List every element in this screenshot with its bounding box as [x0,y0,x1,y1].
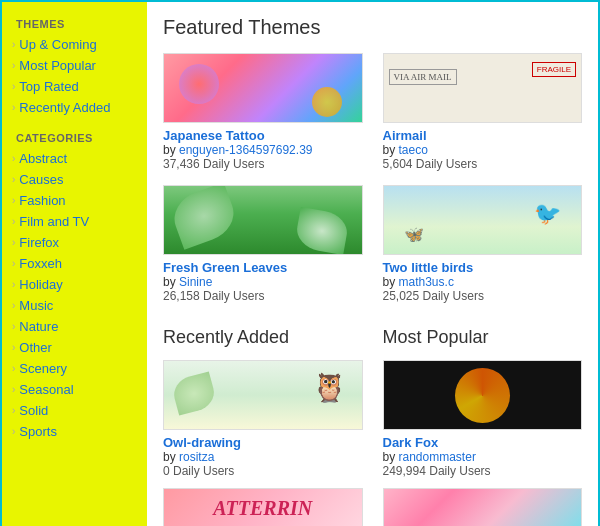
sidebar-item-solid[interactable]: › Solid [2,400,147,421]
theme-users-birds: 25,025 Daily Users [383,289,583,303]
chevron-icon: › [12,342,15,353]
cutoff-text: ATTERRIN [213,497,312,520]
sidebar-item-other[interactable]: › Other [2,337,147,358]
sidebar-link-most-popular[interactable]: Most Popular [19,58,96,73]
recently-added-section: Recently Added Owl-drawing by rositza 0 … [163,327,363,526]
theme-author-link-darkfox[interactable]: randommaster [399,450,476,464]
theme-author-link-leaves[interactable]: Sinine [179,275,212,289]
theme-author-japanese: by enguyen-1364597692.39 [163,143,363,157]
chevron-icon: › [12,60,15,71]
chevron-icon: › [12,258,15,269]
featured-themes-grid: Japanese Tattoo by enguyen-1364597692.39… [163,53,582,303]
recently-added-title: Recently Added [163,327,363,348]
sidebar-item-recently-added[interactable]: › Recently Added [2,97,147,118]
sidebar-link-music[interactable]: Music [19,298,53,313]
chevron-icon: › [12,279,15,290]
sidebar-item-sports[interactable]: › Sports [2,421,147,442]
theme-thumbnail-cutoff-1: ATTERRIN [163,488,363,526]
theme-name-darkfox[interactable]: Dark Fox [383,435,583,450]
theme-name-airmail[interactable]: Airmail [383,128,583,143]
theme-name-birds[interactable]: Two little birds [383,260,583,275]
sidebar-item-holiday[interactable]: › Holiday [2,274,147,295]
chevron-icon: › [12,363,15,374]
theme-card-japanese[interactable]: Japanese Tattoo by enguyen-1364597692.39… [163,53,363,171]
most-popular-section: Most Popular Dark Fox by randommaster 24… [383,327,583,526]
by-label: by [163,143,179,157]
theme-users-owl: 0 Daily Users [163,464,363,478]
by-label: by [383,275,399,289]
bottom-sections: Recently Added Owl-drawing by rositza 0 … [163,327,582,526]
theme-users-leaves: 26,158 Daily Users [163,289,363,303]
chevron-icon: › [12,81,15,92]
sidebar-link-top-rated[interactable]: Top Rated [19,79,78,94]
sidebar-link-other[interactable]: Other [19,340,52,355]
sidebar-item-most-popular[interactable]: › Most Popular [2,55,147,76]
sidebar-item-music[interactable]: › Music [2,295,147,316]
main-content: Featured Themes Japanese Tattoo by enguy… [147,2,598,526]
sidebar-link-recently-added[interactable]: Recently Added [19,100,110,115]
theme-thumbnail-owl [163,360,363,430]
sidebar-item-causes[interactable]: › Causes [2,169,147,190]
sidebar-item-firefox[interactable]: › Firefox [2,232,147,253]
chevron-icon: › [12,174,15,185]
by-label: by [383,450,399,464]
theme-thumbnail-darkfox [383,360,583,430]
sidebar-link-sports[interactable]: Sports [19,424,57,439]
sidebar-item-up-coming[interactable]: › Up & Coming [2,34,147,55]
theme-author-link-airmail[interactable]: taeco [399,143,428,157]
sidebar-link-solid[interactable]: Solid [19,403,48,418]
chevron-icon: › [12,195,15,206]
theme-author-link-japanese[interactable]: enguyen-1364597692.39 [179,143,312,157]
theme-card-cutoff-1[interactable]: ATTERRIN [163,488,363,526]
sidebar-item-scenery[interactable]: › Scenery [2,358,147,379]
sidebar-item-foxxeh[interactable]: › Foxxeh [2,253,147,274]
theme-thumbnail-leaves [163,185,363,255]
theme-card-birds[interactable]: Two little birds by math3us.c 25,025 Dai… [383,185,583,303]
chevron-icon: › [12,102,15,113]
theme-name-leaves[interactable]: Fresh Green Leaves [163,260,363,275]
featured-title: Featured Themes [163,16,582,39]
sidebar-item-film-tv[interactable]: › Film and TV [2,211,147,232]
most-popular-title: Most Popular [383,327,583,348]
chevron-icon: › [12,300,15,311]
chevron-icon: › [12,405,15,416]
theme-name-japanese[interactable]: Japanese Tattoo [163,128,363,143]
categories-section-label: CATEGORIES [2,126,147,148]
theme-thumbnail-birds [383,185,583,255]
sidebar-link-abstract[interactable]: Abstract [19,151,67,166]
theme-thumbnail-airmail [383,53,583,123]
theme-author-link-owl[interactable]: rositza [179,450,214,464]
theme-name-owl[interactable]: Owl-drawing [163,435,363,450]
theme-card-owl[interactable]: Owl-drawing by rositza 0 Daily Users [163,360,363,478]
sidebar-link-holiday[interactable]: Holiday [19,277,62,292]
theme-author-link-birds[interactable]: math3us.c [399,275,454,289]
theme-card-darkfox[interactable]: Dark Fox by randommaster 249,994 Daily U… [383,360,583,478]
by-label: by [383,143,399,157]
sidebar-link-seasonal[interactable]: Seasonal [19,382,73,397]
theme-users-japanese: 37,436 Daily Users [163,157,363,171]
theme-card-flowers[interactable] [383,488,583,526]
theme-card-leaves[interactable]: Fresh Green Leaves by Sinine 26,158 Dail… [163,185,363,303]
theme-users-darkfox: 249,994 Daily Users [383,464,583,478]
sidebar-link-fashion[interactable]: Fashion [19,193,65,208]
sidebar-link-foxxeh[interactable]: Foxxeh [19,256,62,271]
theme-author-leaves: by Sinine [163,275,363,289]
theme-users-airmail: 5,604 Daily Users [383,157,583,171]
sidebar-link-scenery[interactable]: Scenery [19,361,67,376]
sidebar-item-fashion[interactable]: › Fashion [2,190,147,211]
sidebar-link-up-coming[interactable]: Up & Coming [19,37,96,52]
sidebar-link-firefox[interactable]: Firefox [19,235,59,250]
sidebar-item-top-rated[interactable]: › Top Rated [2,76,147,97]
theme-author-birds: by math3us.c [383,275,583,289]
sidebar-link-causes[interactable]: Causes [19,172,63,187]
sidebar-item-seasonal[interactable]: › Seasonal [2,379,147,400]
theme-author-darkfox: by randommaster [383,450,583,464]
chevron-icon: › [12,39,15,50]
sidebar-link-film-tv[interactable]: Film and TV [19,214,89,229]
themes-section-label: THEMES [2,12,147,34]
sidebar-item-nature[interactable]: › Nature [2,316,147,337]
sidebar: THEMES › Up & Coming › Most Popular › To… [2,2,147,526]
sidebar-item-abstract[interactable]: › Abstract [2,148,147,169]
theme-card-airmail[interactable]: Airmail by taeco 5,604 Daily Users [383,53,583,171]
sidebar-link-nature[interactable]: Nature [19,319,58,334]
